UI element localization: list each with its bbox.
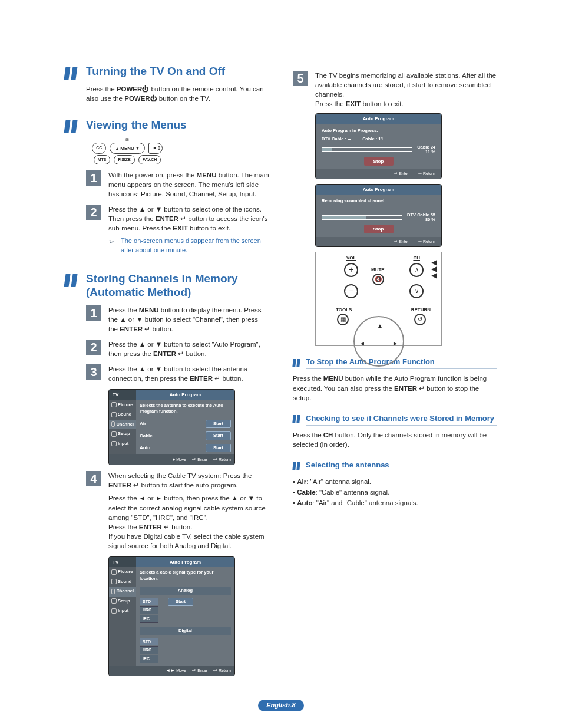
footer-enter: Enter: [197, 457, 207, 463]
return-label: RETURN: [411, 307, 431, 313]
progress-bar: [322, 147, 412, 152]
footer-enter: Enter: [399, 172, 409, 176]
osd-auto-program-signal: TV Auto Program Picture Sound Channel Se…: [108, 556, 235, 676]
footer-return: Return: [219, 457, 231, 463]
enter-icon: ↵: [144, 325, 150, 332]
osd-removing-scrambled: Auto Program Removing scrambled channel.…: [315, 184, 442, 247]
enter-icon: ↵: [178, 350, 184, 357]
osd-tv-label: TV: [109, 390, 136, 400]
sub1-body: Press the MENU button while the Auto Pro…: [293, 374, 497, 402]
start-button: Start: [206, 444, 231, 453]
sub-mark-icon: [293, 359, 301, 367]
step-1: 1 With the power on, press the MENU butt…: [65, 170, 269, 199]
start-button: Start: [168, 598, 193, 607]
cable: Cable : 11: [362, 136, 383, 143]
stop-button: Stop: [364, 157, 394, 166]
menu-channel: Channel: [116, 588, 134, 595]
right-column: 5 The TV begins memorizing all available…: [293, 65, 497, 682]
tools-label: TOOLS: [336, 307, 352, 313]
footer-move: Move: [176, 668, 186, 674]
step-text: Press the ▲ or ▼ button to select "Auto …: [108, 340, 269, 358]
menu-setup: Setup: [118, 431, 130, 437]
osd-title: Auto Program: [316, 185, 441, 195]
sound-icon: [111, 412, 117, 417]
step-text: Press the MENU button to display the men…: [108, 305, 269, 334]
vol-up-button: +: [344, 263, 358, 277]
menu-picture: Picture: [118, 569, 133, 575]
mute-label: MUTE: [371, 266, 385, 273]
enter-icon: ↵: [214, 375, 220, 382]
note-text: The on-screen menus disappear from the s…: [121, 236, 269, 255]
mts-button: MTS: [94, 155, 111, 164]
osd-left-menu: Picture Sound Channel Setup Input: [109, 400, 136, 455]
footer-return: Return: [219, 668, 231, 674]
osd-auto-program-progress: Auto Program Auto Program in Progress. D…: [315, 113, 442, 179]
osd-title: Auto Program: [316, 114, 441, 124]
indicator-arrows-icon: ◀◀◀: [431, 259, 437, 278]
step-3: 3 Press the ▲ or ▼ button to select the …: [65, 364, 269, 383]
sec1-body: Press the POWER⏻ button on the remote co…: [86, 84, 269, 103]
osd-tv-label: TV: [109, 557, 136, 567]
power-label: POWER: [117, 85, 142, 93]
pbar-label-b: 80 %: [407, 218, 435, 222]
digital-label: Digital: [140, 627, 231, 635]
osd-message: Selects the antenna to execute the Auto …: [140, 403, 231, 415]
section-title: Storing Channels in Memory (Automatic Me…: [86, 272, 269, 299]
section-turning-on-off: Turning the TV On and Off: [65, 65, 269, 80]
channel-icon: [111, 421, 115, 427]
power-icon: ⏻: [142, 85, 149, 93]
sig-hrc: HRC: [140, 606, 158, 614]
osd-message: Selects a cable signal type for your loc…: [140, 569, 231, 582]
remote-control-diagram: VOL CH MUTE + − 🔇 ∧ ∨ TOOLS RETURN ▦ ↺ ▲…: [315, 252, 442, 346]
page-footer: English-8: [65, 700, 497, 711]
opt-auto: Auto: [140, 444, 150, 451]
enter-icon: ↵: [180, 215, 186, 222]
left-column: Turning the TV On and Off Press the POWE…: [65, 65, 269, 682]
menu-setup: Setup: [118, 598, 130, 605]
step-1: 1 Press the MENU button to display the m…: [65, 305, 269, 334]
step-2: 2 Press the ▲ or ▼ button to select "Aut…: [65, 340, 269, 358]
osd-left-menu: Picture Sound Channel Setup Input: [109, 567, 136, 666]
vol-label: VOL: [346, 255, 356, 261]
opt-cable: Cable: [140, 433, 153, 439]
footer-enter: Enter: [197, 668, 207, 674]
psize-button: P.SIZE: [114, 155, 134, 164]
step-number: 2: [86, 205, 101, 220]
ch-label: CH: [413, 255, 420, 261]
menu-channel: Channel: [116, 421, 134, 428]
step-5: 5 The TV begins memorizing all available…: [293, 71, 497, 108]
opt-air: Air: [140, 420, 146, 427]
step-number: 2: [86, 340, 101, 355]
list-item: • Auto: "Air" and "Cable" antenna signal…: [293, 498, 497, 508]
menu-picture: Picture: [118, 402, 133, 409]
osd-title: Auto Program: [136, 390, 234, 400]
list-item: • Cable: "Cable" antenna signal.: [293, 487, 497, 497]
menu-input: Input: [118, 441, 128, 447]
page-number: English-8: [258, 700, 304, 711]
sub2-body: Press the CH button. Only the channels s…: [293, 430, 497, 449]
ch-up-button: ∧: [409, 263, 424, 277]
osd-auto-program-antenna: TV Auto Program Picture Sound Channel Se…: [108, 389, 235, 465]
text: Press the: [86, 85, 117, 93]
osd-title: Auto Program: [136, 557, 234, 567]
step-2: 2 Press the ▲ or ▼ button to select one …: [65, 205, 269, 233]
sub-mark-icon: [293, 462, 301, 470]
step-text: Press the ▲ or ▼ button to select the an…: [108, 364, 269, 383]
step-number: 4: [86, 471, 101, 486]
list-item: • Air: "Air" antenna signal.: [293, 477, 497, 486]
vol-down-button: −: [344, 284, 358, 298]
sub-title: Checking to see if Channels were Stored …: [306, 413, 497, 426]
cc-button: CC: [92, 143, 106, 154]
sub-selecting-antennas: Selecting the antennas: [293, 460, 497, 472]
note-arrow-icon: ➢: [108, 236, 115, 255]
step-4: 4 When selecting the Cable TV system: Pr…: [65, 471, 269, 490]
setup-icon: [111, 431, 117, 437]
sig-std: STD: [140, 638, 158, 646]
sub-title: To Stop the Auto Program Function: [306, 357, 497, 369]
ch-down-button: ∨: [409, 284, 424, 298]
footer-return: Return: [423, 172, 435, 176]
section-mark-icon: [65, 67, 78, 80]
pbar-label-b: 11 %: [417, 150, 435, 154]
text: button on the TV.: [157, 95, 210, 102]
input-icon: [111, 608, 117, 614]
